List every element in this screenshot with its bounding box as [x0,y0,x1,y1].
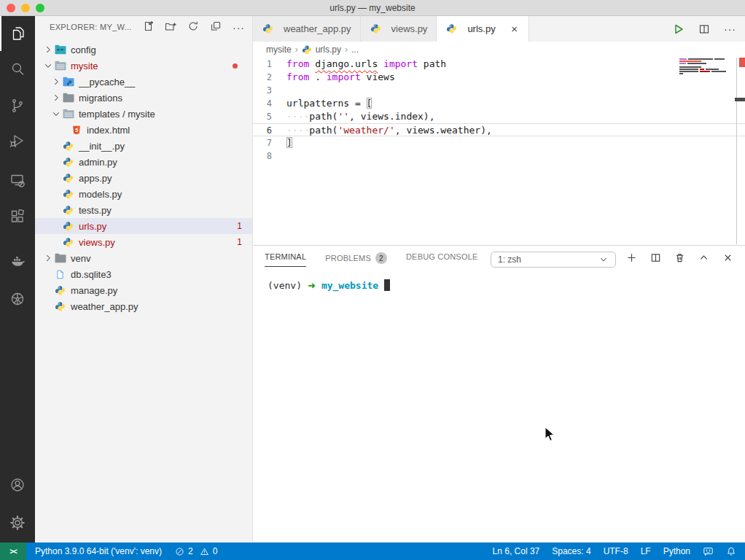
tree-item-manage-py[interactable]: manage.py [35,282,252,298]
svg-text:5: 5 [75,127,78,132]
line-number: 7 [253,136,286,149]
title-bar: urls.py — my_website [0,0,745,16]
tree-item-templates-mysite[interactable]: templates / mysite [35,106,252,122]
tree-item-admin-py[interactable]: admin.py [35,154,252,170]
remote-explorer-icon[interactable] [0,163,35,198]
indentation-status[interactable]: Spaces: 4 [552,546,590,556]
maximize-panel-icon[interactable] [698,252,709,263]
zoom-window-button[interactable] [36,4,44,12]
tree-item--init-py[interactable]: __init__.py [35,138,252,154]
tree-item-db-sqlite3[interactable]: db.sqlite3 [35,266,252,282]
extensions-icon[interactable] [0,199,35,234]
python-file-icon [262,23,274,35]
breadcrumb-separator: › [345,44,348,55]
new-file-icon[interactable] [142,20,154,35]
new-terminal-icon[interactable] [626,252,637,263]
code-line-7[interactable]: 7] [253,136,745,149]
chevron-right-icon[interactable] [50,77,62,87]
tree-item-config[interactable]: config [35,42,252,58]
encoding-status[interactable]: UTF-8 [604,546,628,556]
close-tab-icon[interactable]: × [510,24,520,34]
settings-gear-icon[interactable] [0,505,35,540]
tree-item-index-html[interactable]: 5index.html [35,122,252,138]
folder-dark-icon [62,92,74,104]
python-icon [62,220,74,232]
refresh-icon[interactable] [187,20,199,35]
tree-item-label: db.sqlite3 [71,269,112,280]
docker-icon[interactable] [0,244,35,279]
terminal-prompt[interactable]: (venv) ➜ my_website [268,279,390,291]
code-line-4[interactable]: 4urlpatterns = [ [253,97,745,110]
feedback-icon[interactable] [703,546,714,556]
remote-indicator[interactable]: >< [0,542,26,560]
tree-item-label: __init__.py [79,141,125,152]
python-icon [62,188,74,200]
account-icon[interactable] [0,467,35,502]
kubernetes-icon[interactable] [0,281,35,316]
code-line-5[interactable]: 5····path('', views.index), [253,110,745,123]
chevron-right-icon[interactable] [42,44,54,55]
kill-terminal-icon[interactable] [674,252,685,263]
explorer-icon[interactable] [0,16,35,51]
split-editor-icon[interactable] [698,23,710,35]
warning-icon [200,547,209,556]
problems-tab[interactable]: PROBLEMS 2 [325,252,387,269]
code-line-6[interactable]: 6····path('weather/', views.weather), [253,123,745,136]
tree-item-apps-py[interactable]: apps.py [35,170,252,186]
run-python-file-icon[interactable] [673,23,684,35]
line-number: 2 [253,71,286,84]
editor-more-actions-icon[interactable]: ··· [724,26,736,33]
tab-weather-app-py[interactable]: weather_app.py [253,16,361,42]
chevron-down-icon[interactable] [42,61,54,71]
tree-item-tests-py[interactable]: tests.py [35,202,252,218]
tree-item--pycache-[interactable]: __pycache__ [35,74,252,90]
run-debug-icon[interactable] [0,123,35,158]
tree-item-mysite[interactable]: mysite [35,58,252,74]
minimap-divider [736,58,737,244]
tab-views-py[interactable]: views.py [361,16,437,42]
tree-item-views-py[interactable]: views.py1 [35,234,252,250]
search-icon[interactable] [0,52,35,87]
language-mode-status[interactable]: Python [663,546,690,556]
tree-item-venv[interactable]: venv [35,250,252,266]
debug-console-tab[interactable]: DEBUG CONSOLE [406,252,478,266]
breadcrumb-file[interactable]: urls.py [316,44,341,55]
cursor-position-status[interactable]: Ln 6, Col 37 [493,546,540,556]
minimize-window-button[interactable] [21,4,30,12]
tree-item-label: config [71,44,96,55]
code-editor[interactable]: 1from django.urls import path2from . imp… [253,58,745,245]
python-icon [62,204,74,216]
tree-item-migrations[interactable]: migrations [35,90,252,106]
collapse-folders-icon[interactable] [210,20,222,35]
explorer-more-actions-icon[interactable]: ··· [233,24,245,31]
tree-item-label: mysite [71,61,98,71]
chevron-right-icon[interactable] [42,253,54,263]
code-line-3[interactable]: 3 [253,84,745,97]
problems-status[interactable]: 2 0 [175,546,217,556]
code-line-8[interactable]: 8 [253,149,745,163]
minimap[interactable] [679,58,735,75]
close-panel-icon[interactable] [722,252,733,263]
terminal-shell-select[interactable]: 1: zsh [491,252,616,268]
tree-item-models-py[interactable]: models.py [35,186,252,202]
source-control-icon[interactable] [0,88,35,123]
chevron-down-icon[interactable] [50,109,62,119]
folder-pycache-icon [62,76,74,88]
tab-urls-py[interactable]: urls.py × [437,16,528,42]
new-folder-icon[interactable] [165,20,176,35]
close-window-button[interactable] [7,4,15,12]
eol-status[interactable]: LF [641,546,651,556]
code-line-2[interactable]: 2from . import views [253,71,745,84]
tree-item-urls-py[interactable]: urls.py1 [35,218,252,234]
code-line-1[interactable]: 1from django.urls import path [253,58,745,71]
terminal-tab[interactable]: TERMINAL [265,252,306,267]
code-line-content: urlpatterns = [ [286,97,372,110]
chevron-right-icon[interactable] [50,93,62,103]
python-file-icon [370,23,382,35]
breadcrumb-symbol[interactable]: ... [351,44,359,55]
breadcrumb-folder[interactable]: mysite [266,44,292,55]
tree-item-weather-app-py[interactable]: weather_app.py [35,298,252,314]
split-terminal-icon[interactable] [650,252,661,263]
notifications-bell-icon[interactable] [726,546,736,556]
python-interpreter-status[interactable]: Python 3.9.0 64-bit ('venv': venv) [35,546,162,556]
